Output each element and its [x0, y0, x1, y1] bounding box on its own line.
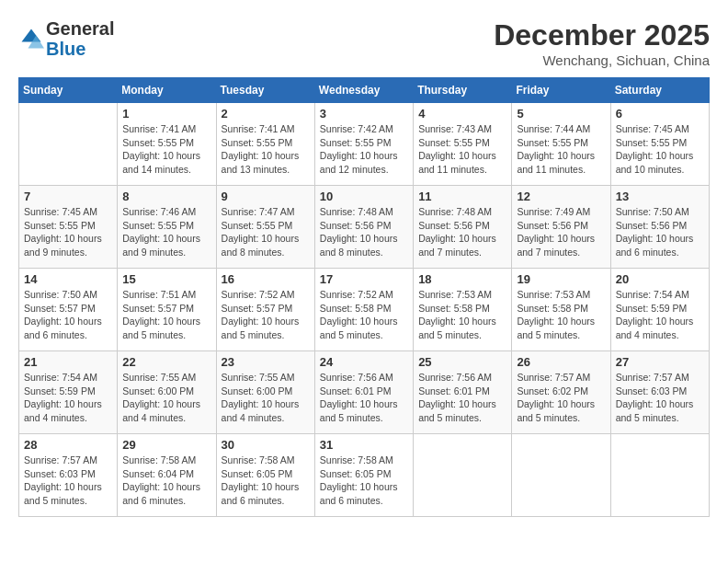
location-subtitle: Wenchang, Sichuan, China	[494, 52, 710, 68]
day-detail: Sunrise: 7:57 AMSunset: 6:03 PMDaylight:…	[616, 371, 704, 425]
day-detail: Sunrise: 7:49 AMSunset: 5:56 PMDaylight:…	[517, 205, 605, 259]
day-detail: Sunrise: 7:55 AMSunset: 6:00 PMDaylight:…	[222, 371, 310, 425]
logo-icon	[18, 26, 44, 52]
day-number: 18	[418, 272, 506, 286]
week-row-1: 1Sunrise: 7:41 AMSunset: 5:55 PMDaylight…	[19, 103, 710, 186]
day-detail: Sunrise: 7:53 AMSunset: 5:58 PMDaylight:…	[517, 288, 605, 342]
day-detail: Sunrise: 7:47 AMSunset: 5:55 PMDaylight:…	[222, 205, 310, 259]
day-detail: Sunrise: 7:42 AMSunset: 5:55 PMDaylight:…	[320, 122, 408, 177]
calendar-cell: 13Sunrise: 7:50 AMSunset: 5:56 PMDayligh…	[610, 186, 709, 269]
header-cell-friday: Friday	[512, 78, 610, 103]
day-number: 19	[517, 272, 605, 286]
calendar-cell: 5Sunrise: 7:44 AMSunset: 5:55 PMDaylight…	[512, 103, 610, 186]
calendar-cell: 17Sunrise: 7:52 AMSunset: 5:58 PMDayligh…	[314, 269, 413, 351]
calendar-cell: 1Sunrise: 7:41 AMSunset: 5:55 PMDaylight…	[118, 103, 216, 186]
header-row: SundayMondayTuesdayWednesdayThursdayFrid…	[19, 78, 710, 103]
day-detail: Sunrise: 7:53 AMSunset: 5:58 PMDaylight:…	[418, 288, 506, 342]
day-number: 22	[122, 355, 210, 369]
calendar-cell: 29Sunrise: 7:58 AMSunset: 6:04 PMDayligh…	[118, 434, 216, 517]
logo-line2: Blue	[46, 39, 85, 59]
day-detail: Sunrise: 7:46 AMSunset: 5:55 PMDaylight:…	[122, 205, 210, 259]
day-number: 3	[320, 107, 408, 121]
calendar-cell: 15Sunrise: 7:51 AMSunset: 5:57 PMDayligh…	[118, 269, 216, 351]
day-detail: Sunrise: 7:48 AMSunset: 5:56 PMDaylight:…	[320, 205, 408, 259]
calendar-cell: 3Sunrise: 7:42 AMSunset: 5:55 PMDaylight…	[314, 103, 413, 186]
calendar-cell: 10Sunrise: 7:48 AMSunset: 5:56 PMDayligh…	[314, 186, 413, 269]
day-detail: Sunrise: 7:52 AMSunset: 5:58 PMDaylight:…	[320, 288, 408, 342]
day-number: 8	[122, 190, 210, 203]
logo-line1: General	[46, 18, 114, 39]
day-number: 24	[320, 355, 408, 369]
day-number: 23	[222, 355, 310, 369]
header-cell-saturday: Saturday	[610, 78, 709, 103]
day-number: 15	[122, 272, 210, 286]
calendar-cell: 20Sunrise: 7:54 AMSunset: 5:59 PMDayligh…	[610, 269, 709, 351]
header-cell-tuesday: Tuesday	[216, 78, 314, 103]
calendar-cell	[512, 434, 610, 517]
day-number: 6	[616, 107, 704, 121]
day-number: 12	[517, 190, 605, 203]
header-cell-monday: Monday	[118, 78, 216, 103]
day-number: 25	[418, 355, 506, 369]
calendar-cell: 8Sunrise: 7:46 AMSunset: 5:55 PMDaylight…	[118, 186, 216, 269]
day-detail: Sunrise: 7:54 AMSunset: 5:59 PMDaylight:…	[616, 288, 704, 342]
calendar-cell: 19Sunrise: 7:53 AMSunset: 5:58 PMDayligh…	[512, 269, 610, 351]
day-detail: Sunrise: 7:58 AMSunset: 6:05 PMDaylight:…	[222, 454, 310, 508]
header-cell-thursday: Thursday	[414, 78, 512, 103]
calendar-header: SundayMondayTuesdayWednesdayThursdayFrid…	[19, 78, 710, 103]
calendar-cell	[610, 434, 709, 517]
calendar-cell: 30Sunrise: 7:58 AMSunset: 6:05 PMDayligh…	[216, 434, 314, 517]
logo: General Blue	[18, 18, 114, 59]
calendar-cell: 9Sunrise: 7:47 AMSunset: 5:55 PMDaylight…	[216, 186, 314, 269]
calendar-cell: 11Sunrise: 7:48 AMSunset: 5:56 PMDayligh…	[414, 186, 512, 269]
day-number: 1	[122, 107, 210, 121]
day-number: 29	[122, 438, 210, 452]
month-title: December 2025	[494, 18, 710, 52]
title-block: December 2025 Wenchang, Sichuan, China	[494, 18, 710, 68]
day-detail: Sunrise: 7:41 AMSunset: 5:55 PMDaylight:…	[222, 122, 310, 177]
calendar-cell: 28Sunrise: 7:57 AMSunset: 6:03 PMDayligh…	[19, 434, 118, 517]
calendar-cell: 7Sunrise: 7:45 AMSunset: 5:55 PMDaylight…	[19, 186, 118, 269]
day-number: 13	[616, 190, 704, 203]
calendar-cell: 23Sunrise: 7:55 AMSunset: 6:00 PMDayligh…	[216, 351, 314, 434]
week-row-3: 14Sunrise: 7:50 AMSunset: 5:57 PMDayligh…	[19, 269, 710, 351]
day-number: 16	[222, 272, 310, 286]
day-detail: Sunrise: 7:43 AMSunset: 5:55 PMDaylight:…	[418, 122, 506, 177]
day-detail: Sunrise: 7:50 AMSunset: 5:56 PMDaylight:…	[616, 205, 704, 259]
day-detail: Sunrise: 7:54 AMSunset: 5:59 PMDaylight:…	[24, 371, 112, 425]
calendar-cell: 14Sunrise: 7:50 AMSunset: 5:57 PMDayligh…	[19, 269, 118, 351]
day-detail: Sunrise: 7:45 AMSunset: 5:55 PMDaylight:…	[616, 122, 704, 177]
day-detail: Sunrise: 7:45 AMSunset: 5:55 PMDaylight:…	[24, 205, 112, 259]
calendar-cell	[414, 434, 512, 517]
calendar-cell: 24Sunrise: 7:56 AMSunset: 6:01 PMDayligh…	[314, 351, 413, 434]
day-number: 21	[24, 355, 112, 369]
day-number: 20	[616, 272, 704, 286]
day-detail: Sunrise: 7:48 AMSunset: 5:56 PMDaylight:…	[418, 205, 506, 259]
calendar-cell: 26Sunrise: 7:57 AMSunset: 6:02 PMDayligh…	[512, 351, 610, 434]
week-row-2: 7Sunrise: 7:45 AMSunset: 5:55 PMDaylight…	[19, 186, 710, 269]
calendar-cell: 2Sunrise: 7:41 AMSunset: 5:55 PMDaylight…	[216, 103, 314, 186]
week-row-5: 28Sunrise: 7:57 AMSunset: 6:03 PMDayligh…	[19, 434, 710, 517]
day-detail: Sunrise: 7:57 AMSunset: 6:02 PMDaylight:…	[517, 371, 605, 425]
day-number: 14	[24, 272, 112, 286]
header-cell-wednesday: Wednesday	[314, 78, 413, 103]
calendar-cell: 6Sunrise: 7:45 AMSunset: 5:55 PMDaylight…	[610, 103, 709, 186]
calendar-cell: 4Sunrise: 7:43 AMSunset: 5:55 PMDaylight…	[414, 103, 512, 186]
day-number: 11	[418, 190, 506, 203]
day-number: 4	[418, 107, 506, 121]
day-number: 30	[222, 438, 310, 452]
day-number: 28	[24, 438, 112, 452]
calendar-cell: 31Sunrise: 7:58 AMSunset: 6:05 PMDayligh…	[314, 434, 413, 517]
day-number: 17	[320, 272, 408, 286]
calendar-cell: 18Sunrise: 7:53 AMSunset: 5:58 PMDayligh…	[414, 269, 512, 351]
day-detail: Sunrise: 7:58 AMSunset: 6:05 PMDaylight:…	[320, 454, 408, 508]
week-row-4: 21Sunrise: 7:54 AMSunset: 5:59 PMDayligh…	[19, 351, 710, 434]
calendar-cell: 21Sunrise: 7:54 AMSunset: 5:59 PMDayligh…	[19, 351, 118, 434]
day-detail: Sunrise: 7:56 AMSunset: 6:01 PMDaylight:…	[320, 371, 408, 425]
day-number: 7	[24, 190, 112, 203]
day-number: 31	[320, 438, 408, 452]
calendar-cell: 12Sunrise: 7:49 AMSunset: 5:56 PMDayligh…	[512, 186, 610, 269]
day-number: 2	[222, 107, 310, 121]
day-number: 9	[222, 190, 310, 203]
page-header: General Blue December 2025 Wenchang, Sic…	[18, 18, 710, 68]
